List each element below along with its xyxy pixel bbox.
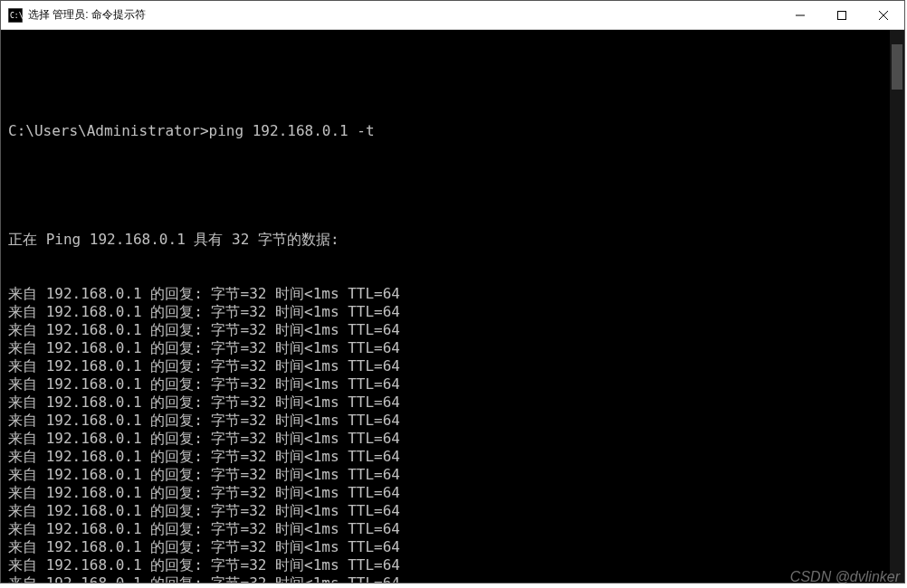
ping-reply-line: 来自 192.168.0.1 的回复: 字节=32 时间<1ms TTL=64 [8,285,890,303]
ping-reply-line: 来自 192.168.0.1 的回复: 字节=32 时间<1ms TTL=64 [8,574,890,583]
window-title: 选择 管理员: 命令提示符 [28,7,146,23]
ping-reply-line: 来自 192.168.0.1 的回复: 字节=32 时间<1ms TTL=64 [8,339,890,357]
scrollbar-thumb[interactable] [892,44,902,90]
ping-reply-line: 来自 192.168.0.1 的回复: 字节=32 时间<1ms TTL=64 [8,520,890,538]
terminal-output: C:\Users\Administrator>ping 192.168.0.1 … [8,32,890,581]
window-controls [779,1,904,29]
ping-reply-line: 来自 192.168.0.1 的回复: 字节=32 时间<1ms TTL=64 [8,375,890,394]
prompt-line: C:\Users\Administrator>ping 192.168.0.1 … [8,122,890,140]
ping-reply-line: 来自 192.168.0.1 的回复: 字节=32 时间<1ms TTL=64 [8,321,890,339]
ping-reply-line: 来自 192.168.0.1 的回复: 字节=32 时间<1ms TTL=64 [8,430,890,448]
svg-rect-3 [838,11,846,19]
ping-reply-line: 来自 192.168.0.1 的回复: 字节=32 时间<1ms TTL=64 [8,484,890,502]
maximize-button[interactable] [821,1,863,29]
titlebar[interactable]: C:\ 选择 管理员: 命令提示符 [1,1,904,30]
terminal-area[interactable]: C:\Users\Administrator>ping 192.168.0.1 … [1,30,904,583]
command-text: ping 192.168.0.1 -t [209,122,375,139]
minimize-button[interactable] [779,1,821,29]
ping-reply-line: 来自 192.168.0.1 的回复: 字节=32 时间<1ms TTL=64 [8,357,890,375]
prompt-text: C:\Users\Administrator> [8,122,209,139]
scrollbar[interactable] [890,30,904,583]
command-prompt-window: C:\ 选择 管理员: 命令提示符 C:\Users\Administrator… [0,0,905,583]
cmd-icon: C:\ [8,8,23,23]
ping-reply-line: 来自 192.168.0.1 的回复: 字节=32 时间<1ms TTL=64 [8,502,890,520]
ping-reply-line: 来自 192.168.0.1 的回复: 字节=32 时间<1ms TTL=64 [8,466,890,484]
svg-text:C:\: C:\ [10,12,23,20]
ping-replies: 来自 192.168.0.1 的回复: 字节=32 时间<1ms TTL=64来… [8,285,890,583]
ping-reply-line: 来自 192.168.0.1 的回复: 字节=32 时间<1ms TTL=64 [8,556,890,574]
ping-reply-line: 来自 192.168.0.1 的回复: 字节=32 时间<1ms TTL=64 [8,394,890,412]
ping-reply-line: 来自 192.168.0.1 的回复: 字节=32 时间<1ms TTL=64 [8,538,890,556]
ping-reply-line: 来自 192.168.0.1 的回复: 字节=32 时间<1ms TTL=64 [8,303,890,321]
close-button[interactable] [863,1,904,29]
ping-header: 正在 Ping 192.168.0.1 具有 32 字节的数据: [8,231,890,249]
ping-reply-line: 来自 192.168.0.1 的回复: 字节=32 时间<1ms TTL=64 [8,412,890,430]
titlebar-left: C:\ 选择 管理员: 命令提示符 [1,7,146,23]
ping-reply-line: 来自 192.168.0.1 的回复: 字节=32 时间<1ms TTL=64 [8,448,890,466]
